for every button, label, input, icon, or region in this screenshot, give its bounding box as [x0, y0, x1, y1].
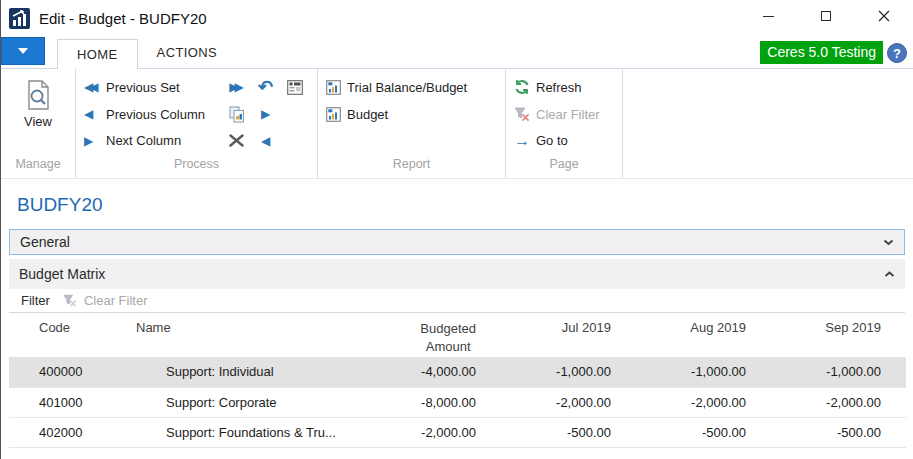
clear-filter-icon: [514, 107, 530, 121]
refresh-icon: [514, 79, 530, 95]
help-button[interactable]: ?: [887, 43, 907, 63]
tab-home[interactable]: HOME: [57, 39, 138, 69]
ribbon-spacer: [623, 69, 913, 178]
report-icon: [326, 80, 341, 95]
cell-jul[interactable]: -500.00: [481, 417, 616, 447]
trial-balance-budget-button[interactable]: Trial Balance/Budget: [320, 74, 503, 101]
budget-report-label: Budget: [347, 107, 388, 122]
clear-filter-icon: [63, 294, 77, 307]
ribbon-group-report: Trial Balance/Budget Budget Report: [318, 69, 506, 178]
cell-budgeted[interactable]: -4,000.00: [396, 357, 481, 387]
view-button-label: View: [24, 114, 52, 129]
double-right-arrow-icon: ▶▶: [229, 81, 239, 93]
maximize-button[interactable]: [797, 0, 855, 32]
cell-aug[interactable]: -500.00: [616, 417, 751, 447]
table-row[interactable]: 401000 Support: Corporate -8,000.00 -2,0…: [9, 387, 906, 417]
goto-button[interactable]: → Go to: [508, 127, 620, 154]
next-column-label[interactable]: Next Column: [106, 133, 222, 148]
page-content: BUDFY20 General Budget Matrix Filter Cle…: [1, 194, 913, 455]
group-label-report: Report: [320, 154, 503, 178]
clear-filter-button[interactable]: Clear Filter: [508, 101, 620, 128]
group-label-page: Page: [508, 154, 620, 178]
fasttab-general-label: General: [20, 234, 70, 250]
trial-balance-budget-label: Trial Balance/Budget: [347, 80, 467, 95]
cell-name[interactable]: Support: Corporate: [136, 387, 396, 417]
table-end-divider: [9, 447, 906, 455]
previous-column-button[interactable]: ◀: [84, 108, 106, 120]
ribbon-tab-row: HOME ACTIONS Ceres 5.0 Testing ?: [1, 36, 913, 69]
column-header-name[interactable]: Name: [136, 313, 396, 357]
cell-code[interactable]: 401000: [9, 387, 136, 417]
cell-aug[interactable]: -1,000.00: [616, 357, 751, 387]
fasttab-budget-matrix[interactable]: Budget Matrix: [9, 259, 905, 289]
close-icon: [878, 10, 890, 22]
next-column-button[interactable]: ▶: [84, 135, 106, 147]
caret-down-icon: [18, 48, 28, 54]
chevron-down-icon[interactable]: [883, 239, 894, 246]
column-header-budgeted-amount[interactable]: Budgeted Amount: [396, 313, 481, 357]
clear-filter-link[interactable]: Clear Filter: [84, 293, 148, 308]
chevron-up-icon[interactable]: [884, 271, 895, 278]
minimize-icon: [763, 16, 774, 17]
filter-label[interactable]: Filter: [21, 293, 50, 308]
table-header-row: Code Name Budgeted Amount Jul 2019 Aug 2…: [9, 313, 906, 357]
delete-x-icon: [229, 134, 244, 147]
cell-code[interactable]: 400000: [9, 357, 136, 387]
app-icon: [9, 8, 30, 29]
refresh-button[interactable]: Refresh: [508, 74, 620, 101]
cell-sep[interactable]: -1,000.00: [751, 357, 886, 387]
copy-budget-button[interactable]: [222, 106, 251, 123]
delete-button[interactable]: [222, 134, 251, 147]
cell-budgeted[interactable]: -2,000.00: [396, 417, 481, 447]
cell-sep[interactable]: -2,000.00: [751, 387, 886, 417]
fasttab-general[interactable]: General: [9, 229, 905, 255]
column-header-code[interactable]: Code: [9, 313, 136, 357]
help-icon: ?: [893, 46, 901, 61]
copy-icon: [229, 106, 245, 123]
minimize-button[interactable]: [739, 0, 797, 32]
table-row[interactable]: 400000 Support: Individual -4,000.00 -1,…: [9, 357, 906, 387]
previous-column-small-button[interactable]: ◀: [251, 135, 280, 147]
ribbon-group-process: ◀◀ Previous Set ▶▶ ↶ ◀ Previous Column: [76, 69, 318, 178]
cell-jul[interactable]: -2,000.00: [481, 387, 616, 417]
undo-button[interactable]: ↶: [251, 78, 280, 96]
ribbon: View Manage ◀◀ Previous Set ▶▶ ↶ ◀: [1, 69, 913, 179]
cell-aug[interactable]: -2,000.00: [616, 387, 751, 417]
column-header-sep-2019[interactable]: Sep 2019: [751, 313, 886, 357]
cell-jul[interactable]: -1,000.00: [481, 357, 616, 387]
cell-budgeted[interactable]: -8,000.00: [396, 387, 481, 417]
goto-label: Go to: [536, 133, 568, 148]
previous-set-label[interactable]: Previous Set: [106, 80, 222, 95]
cell-code[interactable]: 402000: [9, 417, 136, 447]
budget-report-button[interactable]: Budget: [320, 101, 503, 128]
report-icon: [326, 107, 341, 122]
company-badge: Ceres 5.0 Testing: [760, 41, 883, 64]
previous-column-label[interactable]: Previous Column: [106, 107, 222, 122]
column-header-aug-2019[interactable]: Aug 2019: [616, 313, 751, 357]
table-row[interactable]: 402000 Support: Foundations & Tru... -2,…: [9, 417, 906, 447]
cell-sep[interactable]: -500.00: [751, 417, 886, 447]
group-label-manage: Manage: [3, 154, 73, 178]
page-title: BUDFY20: [17, 194, 905, 216]
window-title: Edit - Budget - BUDFY20: [39, 10, 207, 27]
refresh-label: Refresh: [536, 80, 582, 95]
view-icon: [23, 79, 53, 111]
fasttab-budget-matrix-label: Budget Matrix: [19, 266, 105, 282]
layout-grid-icon: [287, 80, 303, 95]
previous-set-button[interactable]: ◀◀: [84, 81, 106, 93]
close-button[interactable]: [855, 0, 913, 32]
ribbon-group-page: Refresh Clear Filter → Go to Page: [506, 69, 623, 178]
column-header-jul-2019[interactable]: Jul 2019: [481, 313, 616, 357]
title-bar: Edit - Budget - BUDFY20: [1, 0, 913, 36]
budget-matrix-table: Code Name Budgeted Amount Jul 2019 Aug 2…: [9, 313, 906, 455]
tab-actions[interactable]: ACTIONS: [138, 38, 237, 68]
cell-name[interactable]: Support: Individual: [136, 357, 396, 387]
application-menu-button[interactable]: [1, 37, 45, 65]
next-column-small-button[interactable]: ▶: [251, 108, 280, 120]
view-button[interactable]: View: [3, 74, 73, 129]
cell-name[interactable]: Support: Foundations & Tru...: [136, 417, 396, 447]
goto-arrow-icon: →: [514, 133, 530, 149]
next-set-button[interactable]: ▶▶: [222, 81, 251, 93]
maximize-icon: [821, 11, 831, 21]
reverse-lines-columns-button[interactable]: [280, 80, 309, 95]
